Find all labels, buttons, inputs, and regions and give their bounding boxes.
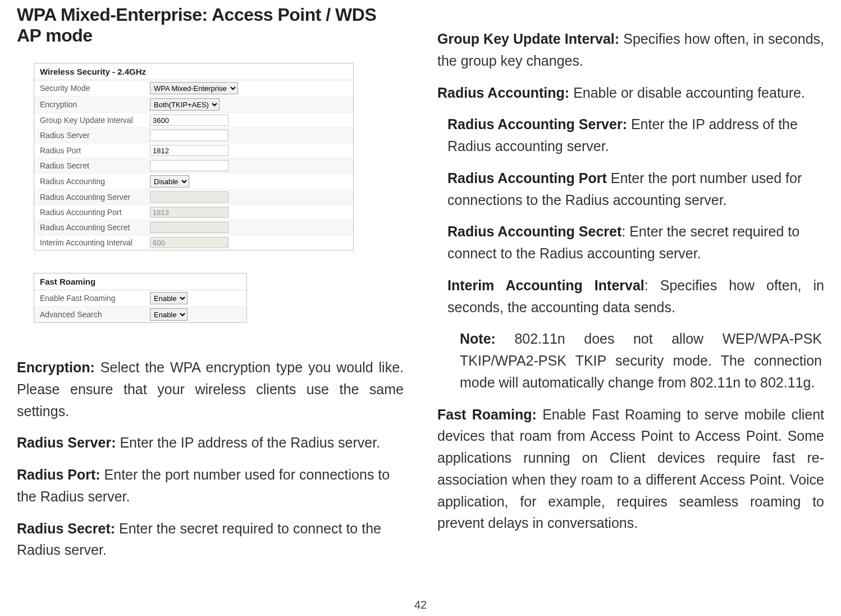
term-radius-secret: Radius Secret: bbox=[17, 521, 115, 536]
label-enable-fast-roaming: Enable Fast Roaming bbox=[34, 291, 147, 305]
label-ra-port: Radius Accounting Port bbox=[34, 206, 147, 219]
row-encryption: Encryption Both(TKIP+AES) bbox=[34, 97, 353, 113]
para-radius-server: Radius Server: Enter the IP address of t… bbox=[17, 432, 404, 454]
radius-port-input[interactable] bbox=[150, 145, 228, 156]
label-radius-secret: Radius Secret bbox=[34, 159, 147, 172]
term-radius-server: Radius Server: bbox=[17, 435, 116, 450]
para-ra-port: Radius Accounting Port Enter the port nu… bbox=[437, 167, 824, 211]
row-enable-fast-roaming: Enable Fast Roaming Enable bbox=[34, 290, 246, 307]
term-group-key: Group Key Update Interval: bbox=[437, 31, 619, 47]
para-group-key: Group Key Update Interval: Specifies how… bbox=[437, 28, 824, 72]
term-encryption: Encryption: bbox=[17, 359, 95, 375]
para-ra-server: Radius Accounting Server: Enter the IP a… bbox=[437, 113, 824, 157]
para-radius-port: Radius Port: Enter the port number used … bbox=[17, 464, 404, 508]
text-note: 802.11n does not allow WEP/WPA-PSK TKIP/… bbox=[460, 331, 822, 390]
term-note: Note: bbox=[460, 331, 496, 346]
term-ra-port: Radius Accounting Port bbox=[447, 170, 607, 186]
label-radius-accounting: Radius Accounting bbox=[34, 175, 147, 188]
row-ra-secret: Radius Accounting Secret bbox=[34, 220, 353, 235]
row-ra-server: Radius Accounting Server bbox=[34, 190, 353, 205]
label-group-key: Group Key Update Interval bbox=[34, 113, 147, 127]
para-encryption: Encryption: Select the WPA encryption ty… bbox=[17, 357, 404, 422]
encryption-select[interactable]: Both(TKIP+AES) bbox=[150, 98, 220, 111]
para-radius-secret: Radius Secret: Enter the secret required… bbox=[17, 518, 404, 562]
row-radius-accounting: Radius Accounting Disable bbox=[34, 174, 353, 190]
para-ra-secret: Radius Accounting Secret: Enter the secr… bbox=[437, 221, 824, 264]
fast-roaming-panel: Fast Roaming Enable Fast Roaming Enable … bbox=[34, 273, 247, 323]
row-radius-server: Radius Server bbox=[34, 128, 353, 143]
wireless-security-panel: Wireless Security - 2.4GHz Security Mode… bbox=[34, 63, 354, 250]
para-interim: Interim Accounting Interval: Specifies h… bbox=[437, 275, 824, 318]
label-encryption: Encryption bbox=[34, 98, 147, 111]
radius-accounting-select[interactable]: Disable bbox=[150, 175, 189, 188]
row-group-key: Group Key Update Interval bbox=[34, 113, 353, 128]
term-ra-server: Radius Accounting Server: bbox=[447, 116, 627, 132]
wireless-security-header: Wireless Security - 2.4GHz bbox=[34, 63, 353, 80]
para-ra: Radius Accounting: Enable or disable acc… bbox=[437, 82, 824, 104]
interim-input bbox=[150, 237, 228, 248]
security-mode-select[interactable]: WPA Mixed-Enterprise bbox=[150, 82, 238, 94]
term-ra-secret: Radius Accounting Secret bbox=[447, 223, 621, 239]
label-ra-server: Radius Accounting Server bbox=[34, 190, 147, 204]
group-key-input[interactable] bbox=[150, 115, 228, 126]
para-fast-roaming: Fast Roaming: Enable Fast Roaming to ser… bbox=[437, 404, 824, 535]
ra-port-input bbox=[150, 207, 228, 218]
row-security-mode: Security Mode WPA Mixed-Enterprise bbox=[34, 80, 353, 97]
radius-secret-input[interactable] bbox=[150, 160, 228, 171]
label-security-mode: Security Mode bbox=[34, 81, 147, 95]
row-radius-port: Radius Port bbox=[34, 143, 353, 158]
row-ra-port: Radius Accounting Port bbox=[34, 205, 353, 220]
label-radius-port: Radius Port bbox=[34, 144, 147, 157]
para-note: Note: 802.11n does not allow WEP/WPA-PSK… bbox=[437, 328, 824, 393]
page-title: WPA Mixed-Enterprise: Access Point / WDS… bbox=[17, 4, 404, 46]
ra-secret-input bbox=[150, 222, 228, 233]
row-interim: Interim Accounting Interval bbox=[34, 235, 353, 250]
text-fast-roaming: Enable Fast Roaming to serve mobile clie… bbox=[437, 407, 824, 531]
row-radius-secret: Radius Secret bbox=[34, 158, 353, 174]
label-radius-server: Radius Server bbox=[34, 129, 147, 142]
fast-roaming-header: Fast Roaming bbox=[34, 273, 246, 290]
radius-server-input[interactable] bbox=[150, 130, 228, 141]
row-advanced-search: Advanced Search Enable bbox=[34, 307, 246, 322]
label-interim: Interim Accounting Interval bbox=[34, 236, 147, 249]
term-radius-port: Radius Port: bbox=[17, 467, 100, 482]
term-interim: Interim Accounting Interval bbox=[447, 277, 645, 293]
enable-fast-roaming-select[interactable]: Enable bbox=[150, 292, 188, 304]
term-fast-roaming: Fast Roaming: bbox=[437, 407, 537, 422]
text-radius-server: Enter the IP address of the Radius serve… bbox=[116, 435, 380, 450]
term-ra: Radius Accounting: bbox=[437, 85, 569, 101]
text-ra: Enable or disable accounting feature. bbox=[569, 85, 805, 101]
label-advanced-search: Advanced Search bbox=[34, 308, 147, 321]
page-number: 42 bbox=[0, 599, 841, 612]
advanced-search-select[interactable]: Enable bbox=[150, 308, 188, 321]
label-ra-secret: Radius Accounting Secret bbox=[34, 221, 147, 234]
ra-server-input bbox=[150, 191, 228, 203]
